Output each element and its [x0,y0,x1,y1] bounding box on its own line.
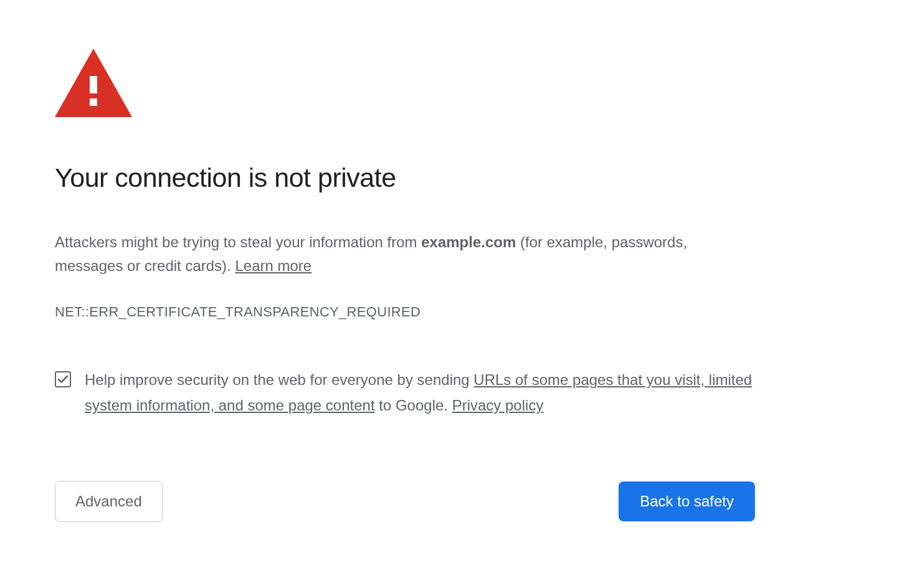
optin-row: Help improve security on the web for eve… [55,368,755,419]
warning-triangle-icon [55,49,755,117]
optin-text: Help improve security on the web for eve… [85,368,755,419]
optin-middle: to Google. [375,397,452,414]
page-title: Your connection is not private [55,162,755,194]
attack-domain: example.com [421,234,516,250]
back-to-safety-button[interactable]: Back to safety [619,481,755,521]
interstitial-container: Your connection is not private Attackers… [0,0,810,522]
button-row: Advanced Back to safety [55,481,755,522]
error-code: NET::ERR_CERTIFICATE_TRANSPARENCY_REQUIR… [55,304,755,320]
svg-rect-2 [90,98,97,106]
optin-prefix: Help improve security on the web for eve… [85,371,473,388]
warning-message: Attackers might be trying to steal your … [55,230,755,278]
svg-rect-1 [90,76,97,93]
advanced-button[interactable]: Advanced [55,481,163,522]
message-prefix: Attackers might be trying to steal your … [55,234,421,250]
optin-checkbox[interactable] [55,371,71,387]
privacy-policy-link[interactable]: Privacy policy [452,397,544,414]
learn-more-link[interactable]: Learn more [235,257,311,274]
